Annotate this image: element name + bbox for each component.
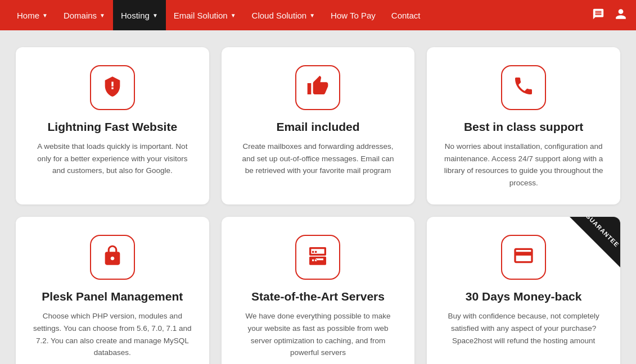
card-icon-wrap — [90, 235, 135, 280]
lock-icon — [101, 244, 124, 270]
chat-icon[interactable] — [592, 8, 605, 23]
card-icon-wrap — [90, 65, 135, 110]
chevron-down-icon: ▼ — [309, 12, 315, 19]
phone-icon — [512, 75, 535, 101]
chevron-down-icon: ▼ — [152, 12, 158, 19]
card-description: Choose which PHP version, modules and se… — [31, 310, 193, 358]
card-title: 30 Days Money-back — [466, 290, 582, 303]
card-email-included: Email included Create mailboxes and forw… — [222, 47, 415, 204]
card-lightning-fast: Lightning Fast Website A website that lo… — [16, 47, 209, 204]
card-icon-wrap — [501, 235, 546, 280]
main-content: Lightning Fast Website A website that lo… — [0, 30, 636, 364]
card-description: Create mailboxes and forwarding addresse… — [237, 140, 399, 177]
card-money-back: GUARANTEE 30 Days Money-back Buy with co… — [427, 217, 620, 364]
nav-contact[interactable]: Contact — [384, 0, 428, 30]
navigation: Home ▼ Domains ▼ Hosting ▼ Email Solutio… — [0, 0, 636, 30]
card-best-support: Best in class support No worries about i… — [427, 47, 620, 204]
card-title: State-of-the-Art Servers — [251, 290, 385, 303]
card-description: We have done everything possible to make… — [237, 310, 399, 358]
nav-domains[interactable]: Domains ▼ — [56, 0, 113, 30]
card-title: Email included — [276, 120, 359, 134]
card-title: Best in class support — [464, 120, 583, 134]
nav-how-to-pay[interactable]: How To Pay — [323, 0, 384, 30]
thumbsup-icon — [306, 75, 329, 101]
card-description: A website that loads quickly is importan… — [31, 140, 193, 177]
card-title: Plesk Panel Management — [42, 290, 183, 303]
chevron-down-icon: ▼ — [100, 12, 105, 19]
card-icon-wrap — [295, 235, 340, 280]
chevron-down-icon: ▼ — [231, 12, 236, 19]
nav-hosting[interactable]: Hosting ▼ — [113, 0, 166, 30]
chevron-down-icon: ▼ — [42, 12, 48, 19]
card-description: No worries about installation, configura… — [443, 140, 605, 189]
nav-items: Home ▼ Domains ▼ Hosting ▼ Email Solutio… — [9, 0, 592, 30]
money-icon — [512, 244, 535, 270]
card-icon-wrap — [295, 65, 340, 110]
nav-cloud-solution[interactable]: Cloud Solution ▼ — [244, 0, 323, 30]
user-icon[interactable] — [615, 8, 627, 23]
nav-home[interactable]: Home ▼ — [9, 0, 56, 30]
shield-icon — [101, 75, 124, 101]
card-description: Buy with confidence because, not complet… — [443, 310, 605, 347]
card-title: Lightning Fast Website — [48, 120, 178, 134]
card-plesk-panel: Plesk Panel Management Choose which PHP … — [16, 217, 209, 364]
card-state-art-servers: State-of-the-Art Servers We have done ev… — [222, 217, 415, 364]
nav-right-icons — [592, 8, 627, 23]
server-icon — [306, 244, 329, 270]
guarantee-text: GUARANTEE — [585, 217, 620, 248]
nav-email-solution[interactable]: Email Solution ▼ — [166, 0, 244, 30]
card-icon-wrap — [501, 65, 546, 110]
guarantee-badge: GUARANTEE — [570, 217, 620, 267]
